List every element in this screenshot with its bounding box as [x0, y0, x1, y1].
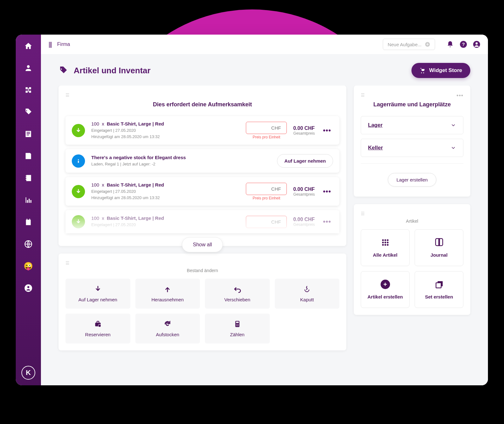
action-broken[interactable]: Kaputt [275, 279, 340, 309]
action-grid: Auf Lager nehmenHerausnehmenVerschiebenK… [65, 279, 339, 343]
more-icon[interactable]: ••• [321, 218, 333, 226]
tag-icon [59, 66, 68, 75]
svg-point-21 [384, 239, 386, 241]
plus-circle-icon: + [381, 280, 390, 289]
svg-point-17 [236, 325, 236, 326]
drag-handle-icon[interactable]: ☰ [65, 92, 339, 98]
article-tile-plus[interactable]: +Artikel erstellen [361, 271, 410, 308]
arrow-down-icon [72, 124, 85, 137]
show-all-button[interactable]: Show all [182, 237, 223, 252]
profile-icon[interactable] [24, 284, 33, 293]
put-on-stock-button[interactable]: Auf Lager nehmen [277, 154, 333, 168]
drag-handle-icon[interactable]: ☰ [65, 260, 339, 265]
plus-circle-icon [425, 42, 430, 47]
svg-point-11 [98, 324, 101, 327]
total-label: Gesamtpreis [293, 131, 314, 136]
new-task-label: Neue Aufgabe... [388, 42, 422, 47]
svg-point-7 [476, 42, 478, 45]
org-icon[interactable] [24, 86, 33, 94]
change-stock-title: Bestand ändern [65, 268, 339, 273]
tasks-icon[interactable] [24, 152, 33, 160]
svg-text:?: ? [462, 42, 465, 47]
chart-icon[interactable] [24, 196, 33, 204]
menu-toggle-icon[interactable]: ||| [48, 41, 52, 48]
chevron-down-icon [450, 122, 456, 128]
svg-point-18 [237, 325, 238, 326]
svg-point-25 [387, 242, 388, 243]
bell-icon[interactable] [446, 41, 454, 48]
users-icon[interactable] [24, 64, 33, 72]
action-return[interactable]: Verschieben [205, 279, 270, 309]
new-task-button[interactable]: Neue Aufgabe... [383, 39, 435, 50]
articles-card: ☰ Artikel Alle ArtikelJournal+Artikel er… [354, 204, 470, 315]
action-refresh[interactable]: Aufstocken [135, 314, 200, 343]
storage-item[interactable]: Keller [361, 139, 463, 157]
sidebar: 😜 K [16, 35, 41, 385]
drag-handle-icon[interactable]: ☰ [361, 92, 463, 98]
attention-card: ☰ Dies erfordert deine Aufmerksamkeit 10… [59, 86, 346, 246]
chevron-down-icon [450, 145, 456, 151]
globe-icon[interactable] [24, 240, 33, 248]
widget-store-label: Widget Store [429, 67, 462, 74]
calendar-icon[interactable] [24, 218, 33, 226]
svg-point-2 [27, 286, 30, 288]
attention-item-warning[interactable]: There's a negative stock for Elegant dre… [65, 149, 339, 173]
change-stock-card: ☰ Bestand ändern Auf Lager nehmenHerausn… [59, 254, 346, 350]
action-arrow-down[interactable]: Auf Lager nehmen [65, 279, 130, 309]
svg-point-8 [78, 159, 79, 160]
arrow-down-icon [72, 215, 85, 228]
app-logo-icon[interactable]: K [21, 366, 35, 380]
svg-point-24 [384, 242, 386, 243]
svg-point-19 [238, 325, 239, 326]
article-tile-grid[interactable]: Alle Artikel [361, 229, 410, 266]
price-hint: Preis pro Einheit [252, 196, 280, 200]
arrow-down-icon [72, 185, 85, 198]
article-tile-stack[interactable]: Set erstellen [415, 271, 463, 308]
more-icon[interactable]: ••• [321, 187, 333, 196]
avatar-icon[interactable] [473, 41, 480, 48]
card-menu-icon[interactable]: ••• [456, 92, 463, 99]
storage-item[interactable]: Lager [361, 116, 463, 134]
action-arrow-up[interactable]: Herausnehmen [135, 279, 200, 309]
cart-icon [420, 68, 425, 73]
topbar: ||| Firma Neue Aufgabe... ? [41, 35, 488, 54]
home-icon[interactable] [24, 42, 33, 50]
attention-title: Dies erfordert deine Aufmerksamkeit [65, 101, 339, 108]
article-grid: Alle ArtikelJournal+Artikel erstellenSet… [361, 229, 463, 308]
svg-point-16 [238, 324, 239, 325]
widget-store-button[interactable]: Widget Store [411, 63, 470, 78]
help-icon[interactable]: ? [460, 41, 467, 48]
tag-icon[interactable] [24, 108, 33, 116]
attention-list: 100 x Basic T-Shirt, Large | Red Eingela… [65, 116, 339, 233]
attention-item[interactable]: 100 x Basic T-Shirt, Large | Red Eingela… [65, 210, 339, 233]
total-value: 0.00 CHF [293, 187, 314, 192]
action-calculator[interactable]: Zählen [205, 314, 270, 343]
storage-title: Lagerräume und Lagerplätze [361, 101, 463, 108]
total-value: 0.00 CHF [293, 217, 314, 222]
attention-item[interactable]: 100 x Basic T-Shirt, Large | Red Eingela… [65, 177, 339, 206]
price-input[interactable] [246, 183, 287, 195]
attention-item[interactable]: 100 x Basic T-Shirt, Large | Red Eingela… [65, 116, 339, 145]
svg-rect-30 [436, 283, 441, 288]
svg-point-28 [387, 244, 388, 246]
page-title: Artikel und Inventar [74, 66, 150, 75]
svg-point-27 [384, 244, 386, 246]
article-tile-book[interactable]: Journal [415, 229, 463, 266]
more-icon[interactable]: ••• [321, 126, 333, 135]
create-storage-button[interactable]: Lager erstellen [388, 173, 436, 187]
contacts-icon[interactable] [24, 130, 33, 138]
emoji-icon[interactable]: 😜 [24, 262, 33, 271]
notebook-icon[interactable] [24, 174, 33, 182]
drag-handle-icon[interactable]: ☰ [361, 211, 463, 216]
price-input[interactable] [246, 122, 287, 134]
svg-point-14 [236, 324, 236, 325]
action-briefcase[interactable]: Reservieren [65, 314, 130, 343]
price-input[interactable] [246, 216, 287, 228]
svg-rect-9 [78, 161, 79, 163]
breadcrumb[interactable]: Firma [57, 42, 70, 47]
svg-point-22 [387, 239, 388, 241]
price-hint: Preis pro Einheit [252, 135, 280, 139]
page-header: Artikel und Inventar Widget Store [41, 54, 488, 86]
storage-list: LagerKeller [361, 116, 463, 157]
total-label: Gesamtpreis [293, 222, 314, 227]
